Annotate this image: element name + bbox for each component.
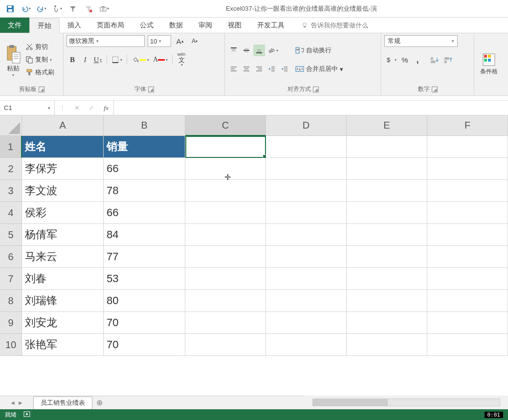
cut-button[interactable]: 剪切 xyxy=(25,42,54,52)
conditional-formatting-button[interactable]: 条件格 xyxy=(477,52,501,76)
row-header[interactable]: 9 xyxy=(0,312,22,334)
fx-expand-button[interactable]: ⋮ xyxy=(55,101,69,115)
font-dialog-launcher[interactable] xyxy=(148,87,154,92)
decrease-indent-button[interactable] xyxy=(266,63,278,75)
cell[interactable] xyxy=(427,158,508,180)
tab-developer[interactable]: 开发工具 xyxy=(249,18,292,33)
cell[interactable]: 77 xyxy=(104,246,185,268)
cell[interactable] xyxy=(347,334,427,356)
row-header[interactable]: 2 xyxy=(0,158,22,180)
align-center-button[interactable] xyxy=(241,63,252,75)
cell[interactable] xyxy=(347,290,427,312)
cell[interactable] xyxy=(185,202,266,224)
merge-center-button[interactable]: a合并后居中▾ xyxy=(295,63,343,75)
align-dialog-launcher[interactable] xyxy=(313,87,319,92)
cell[interactable] xyxy=(427,312,508,334)
cell[interactable] xyxy=(347,180,427,202)
cell[interactable]: 66 xyxy=(104,158,185,180)
number-dialog-launcher[interactable] xyxy=(432,87,438,92)
font-name-combo[interactable]: 微软雅黑▾ xyxy=(66,35,145,47)
cell[interactable]: 李文波 xyxy=(22,180,104,202)
col-header-F[interactable]: F xyxy=(427,115,508,136)
align-bottom-button[interactable] xyxy=(253,44,265,56)
cell[interactable] xyxy=(347,136,427,158)
cell[interactable]: 侯彩 xyxy=(22,202,104,224)
cell[interactable]: 53 xyxy=(104,268,185,290)
paste-button[interactable]: 粘贴 ▾ xyxy=(3,42,23,77)
decrease-font-button[interactable]: A▾ xyxy=(189,35,200,47)
cell[interactable] xyxy=(347,268,427,290)
touch-mode-button[interactable]: ▾ xyxy=(50,1,65,16)
percent-button[interactable]: % xyxy=(399,54,411,66)
cell[interactable]: 李保芳 xyxy=(22,158,104,180)
cell[interactable]: 刘安龙 xyxy=(22,312,104,334)
cell[interactable] xyxy=(427,202,508,224)
cell[interactable]: 姓名 xyxy=(22,136,104,158)
tab-formulas[interactable]: 公式 xyxy=(132,18,161,33)
row-header[interactable]: 4 xyxy=(0,202,22,224)
col-header-D[interactable]: D xyxy=(266,115,347,136)
bold-button[interactable]: B xyxy=(66,54,78,66)
macro-record-icon[interactable] xyxy=(23,411,30,419)
row-header[interactable]: 1 xyxy=(0,136,22,158)
tab-review[interactable]: 审阅 xyxy=(191,18,220,33)
cell[interactable]: 66 xyxy=(104,202,185,224)
cell[interactable] xyxy=(185,180,266,202)
cell[interactable]: 70 xyxy=(104,312,185,334)
cell[interactable]: 杨倩军 xyxy=(22,224,104,246)
cell[interactable] xyxy=(185,334,266,356)
cell[interactable]: 78 xyxy=(104,180,185,202)
phonetic-button[interactable]: wén文▾ xyxy=(176,54,187,66)
cell[interactable] xyxy=(185,224,266,246)
cell[interactable] xyxy=(185,246,266,268)
cell[interactable]: 马来云 xyxy=(22,246,104,268)
tab-page-layout[interactable]: 页面布局 xyxy=(89,18,132,33)
undo-button[interactable]: ▾ xyxy=(19,1,33,16)
row-header[interactable]: 6 xyxy=(0,246,22,268)
col-header-A[interactable]: A xyxy=(22,115,104,136)
increase-font-button[interactable]: A▴ xyxy=(174,35,186,47)
horizontal-scrollbar[interactable] xyxy=(305,396,508,409)
camera-button[interactable]: ▾ xyxy=(97,1,111,16)
cell[interactable] xyxy=(427,246,508,268)
wrap-text-button[interactable]: ab自动换行 xyxy=(295,44,343,56)
align-right-button[interactable] xyxy=(253,63,265,75)
tab-data[interactable]: 数据 xyxy=(161,18,191,33)
cell[interactable] xyxy=(427,290,508,312)
cell[interactable] xyxy=(266,158,347,180)
cell[interactable] xyxy=(427,180,508,202)
clear-filter-button[interactable] xyxy=(81,1,96,16)
cell[interactable] xyxy=(347,158,427,180)
tab-view[interactable]: 视图 xyxy=(220,18,249,33)
borders-button[interactable]: ▾ xyxy=(110,54,124,66)
cell[interactable] xyxy=(347,246,427,268)
tell-me-box[interactable]: 告诉我你想要做什么 xyxy=(292,18,368,33)
cell[interactable] xyxy=(266,202,347,224)
format-painter-button[interactable]: 格式刷 xyxy=(25,67,54,78)
cell[interactable] xyxy=(266,290,347,312)
cell[interactable] xyxy=(266,312,347,334)
name-box[interactable]: C1▾ xyxy=(0,101,55,115)
cell[interactable] xyxy=(347,312,427,334)
clipboard-dialog-launcher[interactable] xyxy=(39,87,44,92)
cell[interactable] xyxy=(427,224,508,246)
select-all-button[interactable] xyxy=(0,115,22,136)
col-header-C[interactable]: C xyxy=(185,115,266,136)
sheet-tab-active[interactable]: 员工销售业绩表 xyxy=(33,397,92,409)
row-header[interactable]: 5 xyxy=(0,224,22,246)
add-sheet-button[interactable]: ⊕ xyxy=(92,398,107,407)
redo-button[interactable]: ▾ xyxy=(34,1,49,16)
cell[interactable] xyxy=(427,334,508,356)
cell[interactable]: 刘瑞锋 xyxy=(22,290,104,312)
tab-home[interactable]: 开始 xyxy=(29,18,60,33)
cell[interactable] xyxy=(185,312,266,334)
font-size-combo[interactable]: 10▾ xyxy=(148,35,171,47)
increase-decimal-button[interactable]: .0.00 xyxy=(428,54,441,66)
align-middle-button[interactable] xyxy=(241,44,252,56)
italic-button[interactable]: I xyxy=(79,54,91,66)
cell[interactable] xyxy=(347,224,427,246)
cell[interactable]: 80 xyxy=(104,290,185,312)
increase-indent-button[interactable] xyxy=(279,63,290,75)
row-header[interactable]: 8 xyxy=(0,290,22,312)
cancel-fx-button[interactable]: ✕ xyxy=(69,101,84,115)
